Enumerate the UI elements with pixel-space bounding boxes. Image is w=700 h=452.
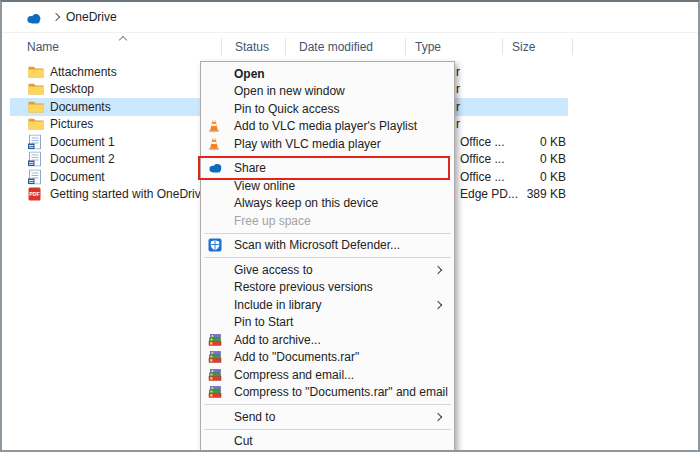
menu-item-always-keep-on-device[interactable]: Always keep on this device	[201, 195, 454, 213]
column-divider	[405, 38, 406, 55]
folder-icon	[28, 83, 44, 96]
pdf-icon: PDF	[28, 187, 41, 201]
file-name: Attachments	[50, 65, 117, 79]
column-divider	[221, 38, 222, 55]
file-size: 0 KB	[496, 170, 566, 184]
file-type: r	[456, 82, 460, 96]
column-header-size[interactable]: Size	[512, 40, 535, 54]
column-divider	[285, 38, 286, 55]
column-divider	[502, 38, 503, 55]
menu-item-pin-to-start[interactable]: Pin to Start	[201, 314, 454, 332]
file-size: 0 KB	[496, 135, 566, 149]
menu-separator	[204, 257, 451, 258]
folder-icon	[28, 100, 44, 113]
breadcrumb: OneDrive	[2, 2, 698, 33]
folder-icon	[28, 65, 44, 78]
submenu-chevron-icon	[434, 413, 442, 421]
word-document-icon	[28, 152, 41, 167]
menu-item-open[interactable]: Open	[201, 65, 454, 83]
file-name: Document	[50, 170, 105, 184]
menu-separator	[204, 233, 451, 234]
menu-separator	[204, 156, 451, 157]
onedrive-cloud-icon	[26, 10, 42, 28]
vlc-cone-icon	[208, 137, 220, 150]
winrar-icon	[208, 386, 222, 398]
menu-item-cut[interactable]: Cut	[201, 433, 454, 451]
onedrive-cloud-icon	[208, 163, 223, 173]
file-name: Document 2	[50, 152, 115, 166]
submenu-chevron-icon	[434, 266, 442, 274]
menu-item-include-in-library[interactable]: Include in library	[201, 296, 454, 314]
column-divider	[572, 38, 573, 55]
menu-item-compress-and-email[interactable]: Compress and email...	[201, 366, 454, 384]
menu-item-add-to-archive[interactable]: Add to archive...	[201, 331, 454, 349]
winrar-icon	[208, 351, 222, 363]
file-name: Desktop	[50, 82, 94, 96]
menu-item-compress-to-documents-rar-and-email[interactable]: Compress to "Documents.rar" and email	[201, 384, 454, 402]
column-header-name[interactable]: Name	[27, 40, 59, 54]
menu-item-play-with-vlc[interactable]: Play with VLC media player	[201, 135, 454, 153]
folder-icon	[28, 118, 44, 131]
menu-separator	[204, 404, 451, 405]
winrar-icon	[208, 334, 222, 346]
vlc-cone-icon	[208, 120, 220, 133]
menu-item-open-in-new-window[interactable]: Open in new window	[201, 83, 454, 101]
file-name: Documents	[50, 100, 111, 114]
menu-item-share[interactable]: Share	[201, 160, 454, 178]
menu-item-scan-with-defender[interactable]: Scan with Microsoft Defender...	[201, 237, 454, 255]
word-document-icon	[28, 169, 41, 184]
file-type: r	[456, 100, 460, 114]
file-name: Getting started with OneDrive	[50, 187, 207, 201]
svg-text:PDF: PDF	[29, 192, 39, 198]
breadcrumb-location[interactable]: OneDrive	[66, 10, 117, 24]
menu-item-give-access-to[interactable]: Give access to	[201, 261, 454, 279]
menu-item-send-to[interactable]: Send to	[201, 408, 454, 426]
context-menu: Open Open in new window Pin to Quick acc…	[200, 61, 455, 452]
menu-item-pin-to-quick-access[interactable]: Pin to Quick access	[201, 100, 454, 118]
column-header-type[interactable]: Type	[415, 40, 441, 54]
column-header-status[interactable]: Status	[235, 40, 269, 54]
menu-item-view-online[interactable]: View online	[201, 177, 454, 195]
file-size: 389 KB	[496, 187, 566, 201]
sort-ascending-icon	[119, 36, 127, 44]
menu-item-free-up-space: Free up space	[201, 212, 454, 230]
submenu-chevron-icon	[434, 301, 442, 309]
menu-item-add-to-vlc-playlist[interactable]: Add to VLC media player's Playlist	[201, 118, 454, 136]
file-size: 0 KB	[496, 152, 566, 166]
column-header-row: Name Status Date modified Type Size	[2, 33, 698, 60]
file-name: Pictures	[50, 117, 93, 131]
file-explorer-window: OneDrive Name Status Date modified Type …	[0, 0, 700, 452]
defender-shield-icon	[208, 238, 222, 252]
file-type: r	[456, 117, 460, 131]
menu-item-restore-previous-versions[interactable]: Restore previous versions	[201, 279, 454, 297]
menu-separator	[204, 429, 451, 430]
column-header-date-modified[interactable]: Date modified	[299, 40, 373, 54]
menu-item-add-to-documents-rar[interactable]: Add to "Documents.rar"	[201, 349, 454, 367]
chevron-right-icon	[52, 13, 60, 21]
file-name: Document 1	[50, 135, 115, 149]
word-document-icon	[28, 134, 41, 149]
winrar-icon	[208, 369, 222, 381]
file-type: r	[456, 65, 460, 79]
